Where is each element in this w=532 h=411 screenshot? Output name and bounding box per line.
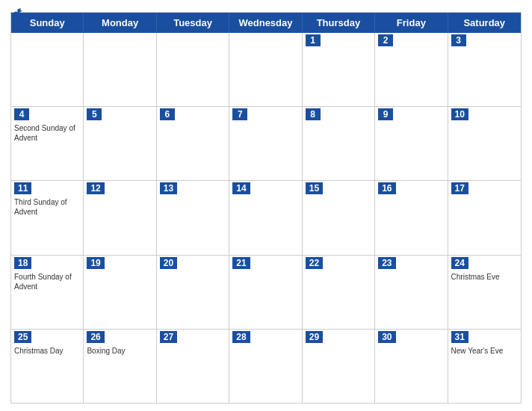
cell-date-number: 28 [232,331,250,343]
calendar-cell: 5 [84,107,156,180]
calendar-cell: 6 [157,107,229,180]
calendar-week-4: 18Fourth Sunday of Advent192021222324Chr… [11,256,521,330]
calendar-cell: 3 [448,33,521,106]
calendar-cell: 15 [303,181,375,254]
cell-event: Christmas Eve [451,272,518,282]
calendar-cell: 28 [229,330,302,403]
cell-event: Second Sunday of Advent [14,123,80,143]
calendar-cell: 8 [303,107,375,180]
calendar-cell: 21 [229,256,302,329]
calendar-cell: 10 [448,107,521,180]
cell-date-number: 10 [451,108,468,120]
cell-date-number: 22 [306,257,323,269]
cell-date-number: 1 [306,34,321,46]
calendar-cell: 11Third Sunday of Advent [11,181,84,254]
cell-date-number: 9 [378,108,393,120]
cell-date-number: 26 [87,331,104,343]
weekday-header-tuesday: Tuesday [157,13,229,33]
cell-date-number: 30 [378,331,395,343]
cell-event: Fourth Sunday of Advent [14,272,80,291]
calendar-cell [157,33,229,106]
calendar-cell: 29 [303,330,375,403]
calendar-cell: 26Boxing Day [84,330,156,403]
weekday-header-wednesday: Wednesday [229,13,302,33]
cell-date-number: 15 [306,182,323,194]
calendar: SundayMondayTuesdayWednesdayThursdayFrid… [10,12,522,404]
cell-date-number: 3 [451,34,466,46]
calendar-cell [84,33,156,106]
calendar-header-row: SundayMondayTuesdayWednesdayThursdayFrid… [11,13,521,33]
calendar-cell: 31New Year's Eve [448,330,521,403]
logo-blue-text [10,7,25,18]
calendar-cell: 1 [303,33,375,106]
calendar-cell: 23 [375,256,448,329]
cell-date-number: 2 [378,34,393,46]
cell-date-number: 21 [232,257,250,269]
calendar-cell: 4Second Sunday of Advent [11,107,84,180]
cell-date-number: 5 [87,108,102,120]
calendar-cell: 12 [84,181,156,254]
cell-event: Boxing Day [87,346,152,356]
calendar-cell: 7 [229,107,302,180]
calendar-cell: 16 [375,181,448,254]
weekday-header-thursday: Thursday [303,13,375,33]
calendar-cell: 25Christmas Day [11,330,84,403]
cell-date-number: 11 [14,182,31,194]
calendar-cell: 13 [157,181,229,254]
cell-date-number: 16 [378,182,395,194]
weekday-header-saturday: Saturday [448,13,521,33]
calendar-cell: 19 [84,256,156,329]
cell-date-number: 31 [451,331,468,343]
calendar-cell: 2 [375,33,448,106]
cell-date-number: 17 [451,182,468,194]
calendar-cell: 30 [375,330,448,403]
cell-event: Third Sunday of Advent [14,197,80,217]
cell-date-number: 13 [160,182,177,194]
calendar-cell: 9 [375,107,448,180]
calendar-week-5: 25Christmas Day26Boxing Day2728293031New… [11,330,521,403]
cell-date-number: 4 [14,108,29,120]
calendar-page: SundayMondayTuesdayWednesdayThursdayFrid… [0,0,532,411]
cell-date-number: 23 [378,257,395,269]
cell-date-number: 6 [160,108,175,120]
cell-date-number: 29 [306,331,323,343]
calendar-body: 1234Second Sunday of Advent567891011Thir… [11,33,521,403]
logo-bird-icon [10,7,24,18]
cell-date-number: 27 [160,331,177,343]
calendar-cell: 17 [448,181,521,254]
cell-event: New Year's Eve [451,346,518,356]
calendar-cell: 20 [157,256,229,329]
logo [10,7,25,18]
cell-event: Christmas Day [14,346,80,356]
cell-date-number: 12 [87,182,104,194]
calendar-cell: 27 [157,330,229,403]
cell-date-number: 8 [306,108,321,120]
weekday-header-monday: Monday [84,13,156,33]
calendar-cell: 22 [303,256,375,329]
calendar-cell: 18Fourth Sunday of Advent [11,256,84,329]
cell-date-number: 25 [14,331,31,343]
calendar-cell: 14 [229,181,302,254]
calendar-cell [11,33,84,106]
calendar-week-1: 123 [11,33,521,107]
cell-date-number: 19 [87,257,104,269]
cell-date-number: 20 [160,257,177,269]
calendar-cell: 24Christmas Eve [448,256,521,329]
calendar-week-3: 11Third Sunday of Advent121314151617 [11,181,521,255]
cell-date-number: 18 [14,257,31,269]
weekday-header-friday: Friday [375,13,448,33]
cell-date-number: 24 [451,257,468,269]
calendar-week-2: 4Second Sunday of Advent5678910 [11,107,521,181]
calendar-cell [229,33,302,106]
cell-date-number: 14 [232,182,250,194]
cell-date-number: 7 [232,108,247,120]
